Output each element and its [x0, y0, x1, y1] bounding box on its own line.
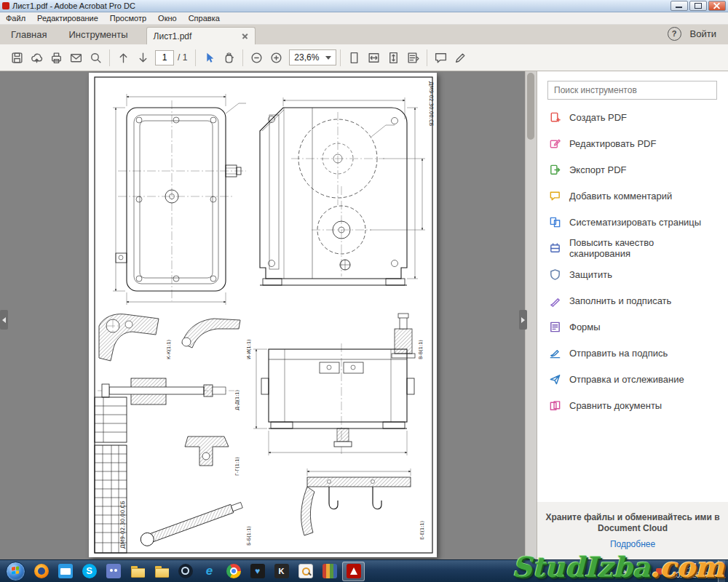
k-app-icon: K — [274, 564, 289, 578]
taskbar-folder-2[interactable] — [150, 562, 173, 581]
tray-expand-icon[interactable] — [622, 570, 628, 573]
menu-item-view[interactable]: Просмотр — [104, 14, 152, 23]
zoom-in-button[interactable] — [266, 48, 286, 68]
tool-item-edit-pdf[interactable]: Редактировать PDF — [537, 130, 728, 156]
menu-item-help[interactable]: Справка — [183, 14, 226, 23]
close-button[interactable] — [708, 1, 726, 11]
taskbar-ie[interactable]: e — [198, 562, 221, 581]
send-track-icon — [549, 373, 561, 386]
tab-home[interactable]: Главная — [0, 25, 58, 44]
single-page-view-button[interactable] — [344, 48, 364, 68]
tray-icon-red[interactable] — [656, 568, 662, 575]
taskbar-discord[interactable] — [102, 562, 124, 581]
fit-page-button[interactable] — [384, 48, 403, 68]
taskbar-chrome[interactable] — [222, 562, 245, 581]
tools-panel: Создать PDF Редактировать PDF Экспорт PD… — [537, 71, 728, 560]
document-pane: ДМ9-02.30.00.СБ — [0, 71, 537, 560]
page-number-input[interactable] — [155, 50, 174, 65]
sign-in-button[interactable]: Войти — [690, 28, 716, 39]
nav-pane-toggle[interactable] — [0, 310, 8, 330]
zoom-level-select[interactable]: 23,6% — [289, 49, 336, 65]
taskbar-mail[interactable] — [54, 562, 76, 581]
tool-item-send-track[interactable]: Отправка и отслеживание — [537, 366, 728, 392]
tool-item-compare-documents[interactable]: Сравнить документы — [537, 392, 728, 418]
select-tool-button[interactable] — [199, 48, 219, 68]
upload-cloud-button[interactable] — [27, 48, 47, 68]
titlebar: Лист1.pdf - Adobe Acrobat Pro DC — [0, 0, 728, 12]
pdf-page: ДМ9-02.30.00.СБ — [89, 73, 437, 557]
tool-item-forms[interactable]: Формы — [537, 314, 728, 340]
show-desktop-button[interactable] — [718, 560, 725, 582]
taskbar-folder-1[interactable] — [126, 562, 149, 581]
menu-item-window[interactable]: Окно — [152, 14, 183, 23]
minimize-button[interactable] — [670, 1, 688, 11]
taskbar-search-app[interactable] — [294, 562, 317, 581]
main-toolbar: / 1 23,6% — [0, 44, 728, 71]
shield-icon — [549, 268, 561, 281]
magnifier-app-icon — [298, 564, 313, 578]
email-button[interactable] — [66, 48, 86, 68]
cloud-icon — [30, 51, 44, 65]
hand-tool-button[interactable] — [219, 48, 239, 68]
find-button[interactable] — [86, 48, 106, 68]
help-button[interactable]: ? — [668, 27, 681, 41]
zoom-out-button[interactable] — [247, 48, 266, 68]
taskbar-firefox[interactable] — [30, 562, 52, 581]
reading-mode-icon — [406, 51, 420, 65]
tray-icon-green[interactable] — [633, 568, 639, 575]
arrow-down-icon — [136, 51, 150, 65]
taskbar-library[interactable] — [318, 562, 341, 581]
envelope-icon — [69, 51, 83, 65]
taskbar-k-app[interactable]: K — [270, 562, 293, 581]
zoom-value: 23,6% — [294, 52, 319, 63]
tools-pane-toggle[interactable] — [519, 310, 527, 330]
tool-item-protect[interactable]: Защитить — [537, 261, 728, 287]
previous-page-button[interactable] — [114, 48, 133, 68]
menu-item-file[interactable]: Файл — [0, 14, 31, 23]
tool-item-enhance-scans[interactable]: Повысить качество сканирования — [537, 235, 728, 261]
document-tab[interactable]: Лист1.pdf — [146, 27, 256, 44]
tool-item-export-pdf[interactable]: Экспорт PDF — [537, 156, 728, 183]
designation-top: ДМ9-02.30.00.СБ — [428, 81, 434, 127]
tool-item-label: Редактировать PDF — [569, 138, 656, 149]
highlight-button[interactable] — [451, 48, 470, 68]
taskbar-heart-app[interactable]: ♥ — [246, 562, 269, 581]
detail-bb: Б-Б(1:1) — [139, 499, 252, 548]
tray-icon-blue[interactable] — [644, 568, 651, 575]
taskbar-steam[interactable] — [174, 562, 197, 581]
scrollbar-thumb[interactable] — [527, 73, 534, 140]
detail-ii: И-И(1:1) — [182, 319, 252, 359]
fit-width-button[interactable] — [364, 48, 384, 68]
speech-bubble-icon — [434, 51, 448, 65]
tool-item-add-comment[interactable]: Добавить комментарий — [537, 183, 728, 209]
tools-search-input[interactable] — [547, 81, 717, 100]
taskbar-clock[interactable]: 2:31 10.03.2020 — [668, 562, 713, 580]
comment-icon — [549, 190, 561, 202]
learn-more-link[interactable]: Подробнее — [610, 539, 655, 549]
tab-close-icon[interactable] — [242, 33, 248, 39]
save-button[interactable] — [7, 48, 27, 68]
print-button[interactable] — [47, 48, 66, 68]
search-icon — [89, 51, 103, 65]
detail-kk: К-К(1:1) — [99, 314, 172, 361]
taskbar-skype[interactable]: S — [78, 562, 100, 581]
maximize-button[interactable] — [689, 1, 707, 11]
comment-button[interactable] — [431, 48, 451, 68]
view-menu-button[interactable] — [403, 48, 423, 68]
tool-item-organize-pages[interactable]: Систематизировать страницы — [537, 209, 728, 235]
taskbar-acrobat[interactable] — [342, 562, 365, 581]
label-ee: Е-Е(1:1) — [419, 521, 425, 540]
acrobat-window: Лист1.pdf - Adobe Acrobat Pro DC Файл Ре… — [0, 0, 728, 582]
tool-item-fill-sign[interactable]: Заполнить и подписать — [537, 287, 728, 314]
window-controls — [670, 1, 726, 11]
cursor-icon — [202, 51, 216, 65]
tool-item-create-pdf[interactable]: Создать PDF — [537, 104, 728, 130]
export-pdf-icon — [549, 164, 561, 176]
tool-item-send-for-signature[interactable]: Отправить на подпись — [537, 340, 728, 366]
start-button[interactable] — [6, 562, 25, 581]
next-page-button[interactable] — [133, 48, 153, 68]
menu-item-edit[interactable]: Редактирование — [31, 14, 104, 23]
label-vv: В-В(1:1) — [418, 340, 424, 359]
detail-gg: Г-Г(1:1) — [185, 436, 240, 476]
tab-tools[interactable]: Инструменты — [58, 25, 138, 44]
